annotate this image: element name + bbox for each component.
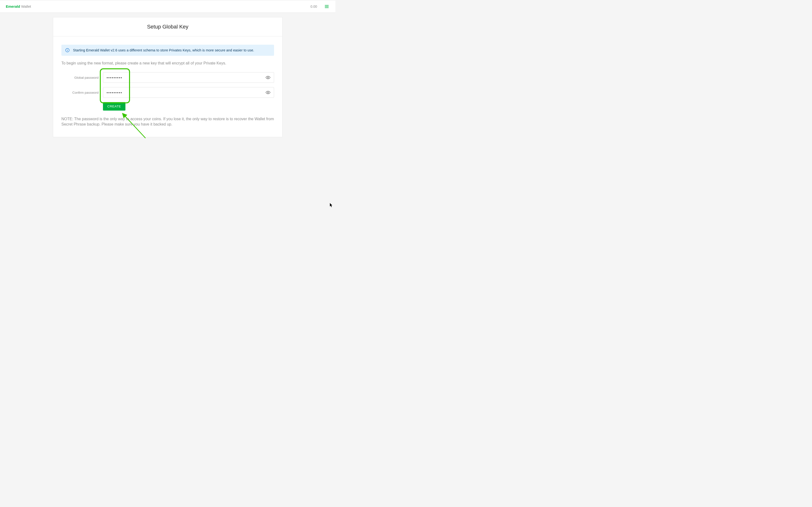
brand: Emerald Wallet [6,4,31,8]
create-button[interactable]: CREATE [103,102,125,111]
brand-wallet: Wallet [21,4,31,8]
alert-text: Starting Emerald Wallet v2.6 uses a diff… [73,48,254,52]
mouse-cursor-icon [329,203,333,207]
brand-emerald: Emerald [6,4,20,8]
svg-point-3 [267,77,269,78]
confirm-password-label: Confirm password [61,91,103,95]
confirm-password-row: Confirm password [61,87,274,98]
toggle-visibility-icon[interactable] [266,75,270,80]
setup-card: Setup Global Key Starting Emerald Wallet… [53,17,283,137]
page-title: Setup Global Key [53,17,282,37]
info-icon [65,48,69,52]
svg-point-4 [267,92,269,93]
card-body: Starting Emerald Wallet v2.6 uses a diff… [53,37,282,137]
confirm-password-input[interactable] [107,91,262,95]
toggle-visibility-icon[interactable] [266,90,270,95]
global-password-row: Global password [61,72,274,83]
global-password-label: Global password [61,76,103,79]
header-right: 0.00 [311,4,329,9]
note-text: NOTE: The password is the only way to ac… [61,116,274,127]
create-button-row: CREATE [61,102,274,111]
svg-point-2 [67,49,68,50]
global-password-input-wrap [103,72,274,83]
confirm-password-input-wrap [103,87,274,98]
balance-display: 0.00 [311,5,317,8]
app-header: Emerald Wallet 0.00 [0,0,336,13]
info-alert: Starting Emerald Wallet v2.6 uses a diff… [61,45,274,56]
global-password-input[interactable] [107,75,262,80]
hamburger-menu-icon[interactable] [324,4,329,9]
intro-text: To begin using the new format, please cr… [61,61,274,65]
